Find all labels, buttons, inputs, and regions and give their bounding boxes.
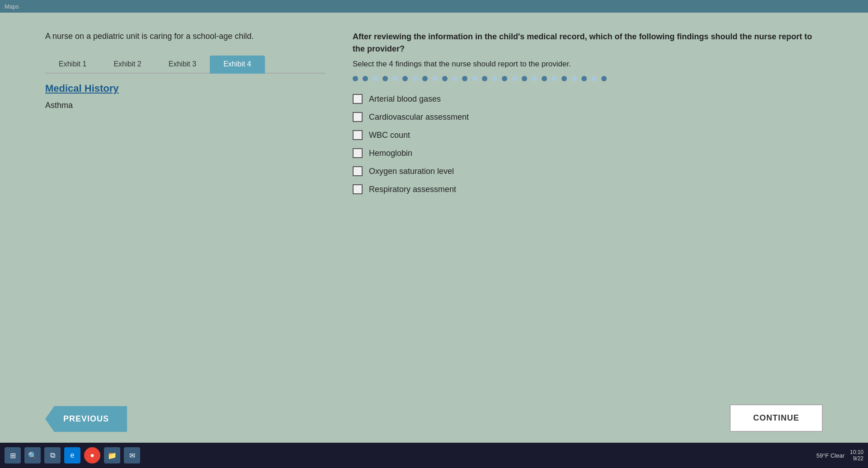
dot-10 — [442, 76, 448, 81]
dot-11 — [452, 76, 458, 81]
previous-button[interactable]: PREVIOUS — [45, 406, 127, 432]
option-item-3[interactable]: WBC count — [353, 130, 823, 140]
dot-2 — [363, 76, 368, 81]
dot-19 — [532, 76, 537, 81]
options-list: Arterial blood gases Cardiovascular asse… — [353, 94, 823, 194]
taskbar: ⊞ 🔍 ⧉ e ● 📁 ✉ 59°F Clear 10:10 9/22 — [0, 443, 868, 468]
dot-14 — [482, 76, 487, 81]
dot-1 — [353, 76, 358, 81]
top-bar: Maps — [0, 0, 868, 13]
checkbox-cardiovascular-assessment[interactable] — [353, 112, 363, 122]
left-panel: A nurse on a pediatric unit is caring fo… — [45, 31, 326, 425]
dot-26 — [601, 76, 607, 81]
dot-5 — [392, 76, 398, 81]
medical-history-section: Medical History Asthma — [45, 83, 326, 110]
taskbar-weather: 59°F Clear — [816, 452, 844, 459]
dot-18 — [522, 76, 527, 81]
dot-22 — [561, 76, 567, 81]
main-content: A nurse on a pediatric unit is caring fo… — [0, 13, 868, 443]
dot-24 — [581, 76, 587, 81]
tab-exhibit-4[interactable]: Exhibit 4 — [210, 56, 264, 73]
tab-exhibit-1[interactable]: Exhibit 1 — [45, 56, 100, 73]
dot-13 — [472, 76, 477, 81]
taskbar-task-view-icon[interactable]: ⧉ — [44, 447, 61, 463]
option-item-5[interactable]: Oxygen saturation level — [353, 166, 823, 176]
dot-21 — [552, 76, 557, 81]
option-item-6[interactable]: Respiratory assessment — [353, 184, 823, 194]
checkbox-wbc-count[interactable] — [353, 130, 363, 140]
dot-3 — [373, 76, 378, 81]
taskbar-time: 10:10 — [850, 449, 863, 455]
dot-23 — [571, 76, 577, 81]
dot-7 — [412, 76, 418, 81]
taskbar-date: 9/22 — [850, 455, 863, 462]
option-label-3: WBC count — [369, 131, 410, 140]
checkbox-hemoglobin[interactable] — [353, 148, 363, 158]
taskbar-file-icon[interactable]: 📁 — [104, 447, 120, 463]
scenario-text: A nurse on a pediatric unit is caring fo… — [45, 31, 326, 42]
medical-history-content: Asthma — [45, 101, 326, 110]
dot-6 — [402, 76, 408, 81]
dot-9 — [432, 76, 438, 81]
taskbar-edge-icon[interactable]: e — [64, 447, 80, 463]
right-panel: After reviewing the information in the c… — [353, 31, 823, 425]
continue-button[interactable]: CONTINUE — [730, 404, 823, 432]
option-item-4[interactable]: Hemoglobin — [353, 148, 823, 158]
taskbar-mail-icon[interactable]: ✉ — [124, 447, 140, 463]
dot-4 — [382, 76, 388, 81]
taskbar-search-icon[interactable]: 🔍 — [24, 447, 41, 463]
option-item-2[interactable]: Cardiovascular assessment — [353, 112, 823, 122]
checkbox-arterial-blood-gases[interactable] — [353, 94, 363, 104]
nav-buttons: PREVIOUS — [45, 406, 127, 432]
dot-20 — [542, 76, 547, 81]
progress-dots — [353, 76, 823, 81]
dot-17 — [512, 76, 517, 81]
taskbar-chrome-icon[interactable]: ● — [84, 447, 100, 463]
checkbox-respiratory-assessment[interactable] — [353, 184, 363, 194]
dot-8 — [422, 76, 428, 81]
taskbar-start-icon[interactable]: ⊞ — [5, 447, 21, 463]
option-label-1: Arterial blood gases — [369, 94, 441, 104]
dot-16 — [502, 76, 507, 81]
option-label-6: Respiratory assessment — [369, 185, 456, 194]
checkbox-oxygen-saturation[interactable] — [353, 166, 363, 176]
dot-15 — [492, 76, 497, 81]
taskbar-right: 59°F Clear 10:10 9/22 — [816, 449, 863, 462]
option-label-2: Cardiovascular assessment — [369, 112, 469, 122]
sub-text: Select the 4 findings that the nurse sho… — [353, 60, 823, 69]
option-item-1[interactable]: Arterial blood gases — [353, 94, 823, 104]
top-bar-label: Maps — [5, 3, 19, 10]
option-label-5: Oxygen saturation level — [369, 167, 454, 176]
tab-exhibit-2[interactable]: Exhibit 2 — [100, 56, 155, 73]
option-label-4: Hemoglobin — [369, 149, 412, 158]
dot-12 — [462, 76, 467, 81]
medical-history-title: Medical History — [45, 83, 326, 94]
dot-25 — [591, 76, 597, 81]
tab-exhibit-3[interactable]: Exhibit 3 — [155, 56, 210, 73]
tabs-container: Exhibit 1 Exhibit 2 Exhibit 3 Exhibit 4 — [45, 56, 326, 74]
question-text: After reviewing the information in the c… — [353, 31, 823, 55]
taskbar-time-date: 10:10 9/22 — [850, 449, 863, 462]
